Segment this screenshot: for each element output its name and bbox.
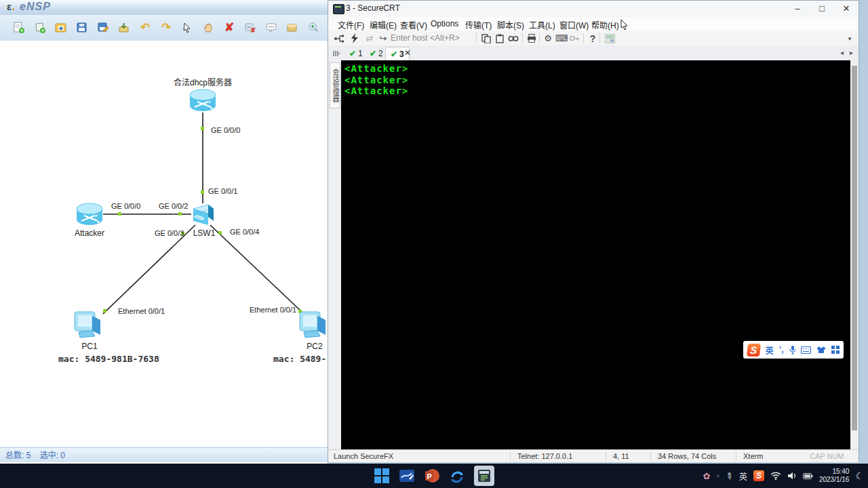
powerpoint-app-icon[interactable]: P xyxy=(424,468,440,484)
node-pc2[interactable] xyxy=(297,310,327,343)
node-lsw1[interactable] xyxy=(191,202,216,230)
desktop: ε. eNSP ↶ ↷ ✘ ✘ xyxy=(0,0,868,488)
start-button[interactable] xyxy=(374,468,390,484)
delete-icon[interactable]: ✘ xyxy=(220,18,239,37)
ensp-titlebar[interactable]: ε. eNSP xyxy=(0,0,328,16)
sogou-toolbox-icon[interactable] xyxy=(831,346,840,354)
crt-statusbar: Launch SecureFX Telnet: 127.0.0.1 4, 11 … xyxy=(328,449,859,462)
quick-connect-icon[interactable] xyxy=(349,33,361,44)
zoom-in-icon[interactable] xyxy=(304,18,323,37)
topology-canvas[interactable]: GE 0/0/0 GE 0/0/1 GE 0/0/0 GE 0/0/2 GE 0… xyxy=(0,41,327,447)
securefx-icon[interactable] xyxy=(604,33,616,44)
crt-titlebar[interactable]: 3 - SecureCRT – □ ✕ xyxy=(328,1,859,17)
sogou-logo-icon[interactable]: S xyxy=(747,344,761,357)
menu-transfer[interactable]: 传输(T) xyxy=(461,19,496,30)
close-button[interactable]: ✕ xyxy=(834,1,859,17)
crt-sidebar-strip: 会话管理器 xyxy=(328,60,342,449)
crt-menubar: 文件(F) 编辑(E) 查看(V) Options 传输(T) 脚本(S) 工具… xyxy=(328,17,859,31)
open-icon[interactable] xyxy=(52,18,71,37)
undo-icon[interactable]: ↶ xyxy=(136,18,155,37)
new-test-icon[interactable] xyxy=(31,18,50,37)
copy-icon[interactable] xyxy=(480,33,492,44)
taskbar: P ✿ • ✎ 英 S 15:40 2023/1/16 ☾ xyxy=(0,464,868,488)
find-icon[interactable] xyxy=(507,33,519,44)
securecrt-taskbar-active[interactable] xyxy=(474,466,494,486)
crt-window-title: 3 - SecureCRT xyxy=(346,3,400,13)
tab-2[interactable]: ✔2 xyxy=(365,47,388,60)
crt-toolbar: ⇄ ↪ Enter host <Alt+R> ⚙ ⌨ ? ▾ xyxy=(328,31,859,46)
sogou-input-bar[interactable]: S 英 ’, xyxy=(743,341,844,359)
options-gear-icon[interactable]: ⚙ xyxy=(542,33,554,44)
rect-note-icon[interactable] xyxy=(283,18,302,37)
redo-icon[interactable]: ↷ xyxy=(157,18,176,37)
tray-battery-icon[interactable] xyxy=(803,472,813,480)
menu-tools[interactable]: 工具(L) xyxy=(525,19,559,30)
tray-flower-icon[interactable]: ✿ xyxy=(703,471,711,481)
session-manager-tab[interactable]: 会话管理器 xyxy=(330,62,340,108)
mouse-cursor xyxy=(620,19,629,31)
tray-clock[interactable]: 15:40 2023/1/16 xyxy=(819,468,850,484)
menu-options[interactable]: Options xyxy=(427,19,462,28)
securecrt-window: 3 - SecureCRT – □ ✕ 文件(F) 编辑(E) 查看(V) Op… xyxy=(328,0,859,462)
menu-help[interactable]: 帮助(H) xyxy=(587,19,623,30)
tray-wifi-icon[interactable] xyxy=(770,472,781,480)
node-pc1[interactable] xyxy=(72,310,106,343)
tray-speaker-icon[interactable] xyxy=(787,472,797,480)
sogou-keyboard-icon[interactable] xyxy=(801,346,811,354)
whiteboard-app-icon[interactable] xyxy=(399,468,415,484)
status-size: 34 Rows, 74 Cols xyxy=(650,451,736,461)
node-dhcp-server[interactable] xyxy=(188,88,218,117)
export-icon[interactable] xyxy=(115,18,134,37)
print-icon[interactable] xyxy=(526,33,538,44)
save-as-icon[interactable] xyxy=(94,18,113,37)
mac-label: mac: 5489-981B-7638 xyxy=(58,354,159,364)
menu-script[interactable]: 脚本(S) xyxy=(493,19,528,30)
tab-close-icon[interactable]: ✕ xyxy=(404,48,411,58)
keymap-icon[interactable]: ⌨ xyxy=(555,33,568,44)
tray-language-indicator[interactable]: 英 xyxy=(739,470,747,482)
reconnect-icon[interactable]: ⇄ xyxy=(363,33,376,44)
port-label: GE 0/0/0 xyxy=(111,202,140,210)
paste-icon[interactable] xyxy=(494,33,506,44)
node-attacker[interactable] xyxy=(75,202,104,230)
toolbar-overflow-icon[interactable]: ▾ xyxy=(844,33,856,44)
sidebar-toggle-icon[interactable] xyxy=(330,47,342,59)
delete-link-icon[interactable]: ✘ xyxy=(241,18,260,37)
tab-label: 3 xyxy=(399,49,404,59)
session-manager-icon[interactable] xyxy=(332,33,344,44)
maximize-button[interactable]: □ xyxy=(810,1,834,17)
help-icon[interactable]: ? xyxy=(587,33,599,44)
launch-securefx[interactable]: Launch SecureFX xyxy=(328,452,399,460)
node-label: PC1 xyxy=(75,342,104,351)
select-cursor-icon[interactable] xyxy=(178,18,197,37)
host-input[interactable]: Enter host <Alt+R> xyxy=(391,33,479,43)
new-topology-icon[interactable] xyxy=(9,18,28,37)
tab-connected-icon: ✔ xyxy=(391,49,397,59)
tray-sogou-icon[interactable]: S xyxy=(753,470,764,481)
connect-in-tab-icon[interactable]: ↪ xyxy=(377,33,389,44)
crt-tabbar: ✔1 ✔2 ✔3 ✕ ◂ ▸ xyxy=(328,45,859,61)
save-icon[interactable] xyxy=(73,18,92,37)
tray-date: 2023/1/16 xyxy=(819,476,850,484)
tab-scroll-left-icon[interactable]: ◂ xyxy=(840,49,844,56)
key-icon[interactable] xyxy=(568,33,580,44)
sogou-mic-icon[interactable] xyxy=(789,345,796,354)
sogou-skin-icon[interactable] xyxy=(816,346,826,354)
tray-pen-icon[interactable]: ✎ xyxy=(723,470,735,483)
terminal[interactable]: <Attacker> <Attacker> <Attacker> xyxy=(341,60,850,449)
scrollbar-thumb[interactable] xyxy=(852,66,857,430)
text-note-icon[interactable] xyxy=(262,18,281,37)
sogou-lang-mode[interactable]: 英 xyxy=(766,344,774,356)
pan-hand-icon[interactable] xyxy=(199,18,218,37)
minimize-button[interactable]: – xyxy=(785,1,810,17)
tab-1[interactable]: ✔1 xyxy=(344,47,368,60)
menu-file[interactable]: 文件(F) xyxy=(334,19,368,30)
ensp-app-icon[interactable] xyxy=(449,468,465,484)
tray-moon-icon[interactable]: ☾ xyxy=(855,470,864,481)
tray-hidden-icon[interactable]: • xyxy=(716,471,719,481)
port-label: GE 0/0/3 xyxy=(155,229,184,237)
tab-scroll-right-icon[interactable]: ▸ xyxy=(850,49,853,56)
sogou-punct-icon[interactable]: ’, xyxy=(779,345,784,354)
status-connection: Telnet: 127.0.0.1 xyxy=(510,451,606,461)
terminal-scrollbar[interactable] xyxy=(850,60,859,449)
